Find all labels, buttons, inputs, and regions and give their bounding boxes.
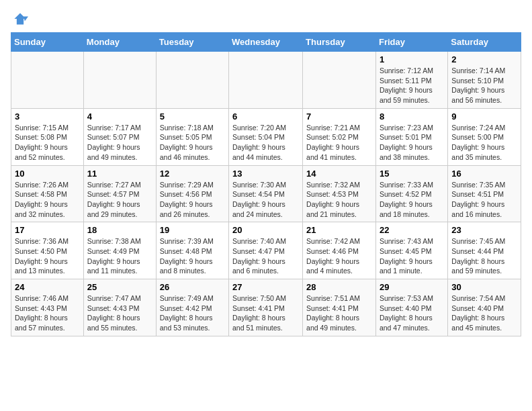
calendar-cell: 28Sunrise: 7:51 AM Sunset: 4:41 PM Dayli… [303, 279, 376, 336]
day-number: 5 [160, 111, 225, 122]
cell-content: Sunrise: 7:53 AM Sunset: 4:40 PM Dayligh… [380, 293, 444, 333]
calendar-cell: 26Sunrise: 7:49 AM Sunset: 4:42 PM Dayli… [156, 279, 228, 336]
day-number: 3 [15, 111, 80, 122]
cell-content: Sunrise: 7:40 AM Sunset: 4:47 PM Dayligh… [232, 236, 299, 276]
calendar-cell [156, 52, 228, 109]
calendar-cell: 23Sunrise: 7:45 AM Sunset: 4:44 PM Dayli… [448, 222, 521, 279]
calendar-cell: 12Sunrise: 7:29 AM Sunset: 4:56 PM Dayli… [156, 165, 228, 222]
cell-content: Sunrise: 7:42 AM Sunset: 4:46 PM Dayligh… [306, 236, 372, 276]
calendar-cell: 20Sunrise: 7:40 AM Sunset: 4:47 PM Dayli… [229, 222, 303, 279]
calendar-cell: 25Sunrise: 7:47 AM Sunset: 4:43 PM Dayli… [83, 279, 156, 336]
calendar-week-2: 3Sunrise: 7:15 AM Sunset: 5:08 PM Daylig… [11, 108, 521, 165]
calendar-cell: 7Sunrise: 7:21 AM Sunset: 5:02 PM Daylig… [303, 108, 376, 165]
cell-content: Sunrise: 7:18 AM Sunset: 5:05 PM Dayligh… [160, 123, 225, 163]
day-number: 2 [451, 54, 517, 64]
calendar-cell: 16Sunrise: 7:35 AM Sunset: 4:51 PM Dayli… [448, 165, 521, 222]
calendar-cell: 24Sunrise: 7:46 AM Sunset: 4:43 PM Dayli… [11, 279, 84, 336]
calendar-cell: 18Sunrise: 7:38 AM Sunset: 4:49 PM Dayli… [83, 222, 156, 279]
cell-content: Sunrise: 7:36 AM Sunset: 4:50 PM Dayligh… [15, 236, 80, 276]
day-number: 14 [306, 169, 372, 179]
cell-content: Sunrise: 7:17 AM Sunset: 5:07 PM Dayligh… [87, 123, 152, 163]
cell-content: Sunrise: 7:23 AM Sunset: 5:01 PM Dayligh… [380, 123, 444, 163]
day-header-saturday: Saturday [448, 33, 521, 52]
day-number: 22 [380, 225, 444, 235]
calendar-header-row: SundayMondayTuesdayWednesdayThursdayFrid… [11, 33, 521, 52]
header [11, 11, 521, 27]
calendar-cell: 3Sunrise: 7:15 AM Sunset: 5:08 PM Daylig… [11, 108, 84, 165]
day-number: 18 [87, 225, 152, 235]
day-number: 7 [306, 111, 372, 122]
calendar-cell: 1Sunrise: 7:12 AM Sunset: 5:11 PM Daylig… [375, 52, 447, 109]
calendar-cell [303, 52, 376, 109]
day-number: 23 [451, 225, 517, 235]
calendar-cell: 11Sunrise: 7:27 AM Sunset: 4:57 PM Dayli… [83, 165, 156, 222]
calendar-cell: 27Sunrise: 7:50 AM Sunset: 4:41 PM Dayli… [229, 279, 303, 336]
day-number: 30 [451, 282, 517, 292]
day-number: 13 [232, 169, 299, 179]
day-header-thursday: Thursday [303, 33, 376, 52]
cell-content: Sunrise: 7:21 AM Sunset: 5:02 PM Dayligh… [306, 123, 372, 163]
day-number: 15 [380, 169, 444, 179]
logo-icon [12, 11, 28, 27]
day-number: 24 [15, 282, 80, 292]
day-number: 26 [160, 282, 225, 292]
day-number: 21 [306, 225, 372, 235]
calendar-cell: 13Sunrise: 7:30 AM Sunset: 4:54 PM Dayli… [229, 165, 303, 222]
cell-content: Sunrise: 7:26 AM Sunset: 4:58 PM Dayligh… [15, 180, 80, 220]
day-number: 28 [306, 282, 372, 292]
cell-content: Sunrise: 7:51 AM Sunset: 4:41 PM Dayligh… [306, 293, 372, 333]
calendar-cell [83, 52, 156, 109]
cell-content: Sunrise: 7:45 AM Sunset: 4:44 PM Dayligh… [451, 236, 517, 276]
day-number: 9 [451, 111, 517, 122]
svg-marker-1 [24, 17, 28, 21]
cell-content: Sunrise: 7:35 AM Sunset: 4:51 PM Dayligh… [451, 180, 517, 220]
calendar-cell: 10Sunrise: 7:26 AM Sunset: 4:58 PM Dayli… [11, 165, 84, 222]
cell-content: Sunrise: 7:29 AM Sunset: 4:56 PM Dayligh… [160, 180, 225, 220]
day-number: 11 [87, 169, 152, 179]
cell-content: Sunrise: 7:32 AM Sunset: 4:53 PM Dayligh… [306, 180, 372, 220]
calendar-cell: 17Sunrise: 7:36 AM Sunset: 4:50 PM Dayli… [11, 222, 84, 279]
calendar-cell: 5Sunrise: 7:18 AM Sunset: 5:05 PM Daylig… [156, 108, 228, 165]
day-number: 16 [451, 169, 517, 179]
day-number: 17 [15, 225, 80, 235]
calendar-cell: 4Sunrise: 7:17 AM Sunset: 5:07 PM Daylig… [83, 108, 156, 165]
cell-content: Sunrise: 7:30 AM Sunset: 4:54 PM Dayligh… [232, 180, 299, 220]
day-number: 8 [380, 111, 444, 122]
cell-content: Sunrise: 7:27 AM Sunset: 4:57 PM Dayligh… [87, 180, 152, 220]
calendar-week-5: 24Sunrise: 7:46 AM Sunset: 4:43 PM Dayli… [11, 279, 521, 336]
cell-content: Sunrise: 7:49 AM Sunset: 4:42 PM Dayligh… [160, 293, 225, 333]
day-number: 20 [232, 225, 299, 235]
calendar-cell: 6Sunrise: 7:20 AM Sunset: 5:04 PM Daylig… [229, 108, 303, 165]
cell-content: Sunrise: 7:15 AM Sunset: 5:08 PM Dayligh… [15, 123, 80, 163]
calendar-cell: 29Sunrise: 7:53 AM Sunset: 4:40 PM Dayli… [375, 279, 447, 336]
cell-content: Sunrise: 7:46 AM Sunset: 4:43 PM Dayligh… [15, 293, 80, 333]
cell-content: Sunrise: 7:43 AM Sunset: 4:45 PM Dayligh… [380, 236, 444, 276]
calendar-body: 1Sunrise: 7:12 AM Sunset: 5:11 PM Daylig… [11, 52, 521, 336]
day-header-sunday: Sunday [11, 33, 84, 52]
calendar-cell [11, 52, 84, 109]
calendar-cell: 22Sunrise: 7:43 AM Sunset: 4:45 PM Dayli… [375, 222, 447, 279]
calendar-week-4: 17Sunrise: 7:36 AM Sunset: 4:50 PM Dayli… [11, 222, 521, 279]
day-header-friday: Friday [375, 33, 447, 52]
calendar-cell: 15Sunrise: 7:33 AM Sunset: 4:52 PM Dayli… [375, 165, 447, 222]
cell-content: Sunrise: 7:39 AM Sunset: 4:48 PM Dayligh… [160, 236, 225, 276]
cell-content: Sunrise: 7:12 AM Sunset: 5:11 PM Dayligh… [380, 66, 444, 105]
day-number: 1 [380, 54, 444, 64]
calendar-table: SundayMondayTuesdayWednesdayThursdayFrid… [11, 32, 521, 336]
logo [11, 11, 28, 27]
calendar-cell: 9Sunrise: 7:24 AM Sunset: 5:00 PM Daylig… [448, 108, 521, 165]
cell-content: Sunrise: 7:54 AM Sunset: 4:40 PM Dayligh… [451, 293, 517, 333]
day-number: 12 [160, 169, 225, 179]
calendar-cell: 19Sunrise: 7:39 AM Sunset: 4:48 PM Dayli… [156, 222, 228, 279]
calendar-cell: 30Sunrise: 7:54 AM Sunset: 4:40 PM Dayli… [448, 279, 521, 336]
cell-content: Sunrise: 7:20 AM Sunset: 5:04 PM Dayligh… [232, 123, 299, 163]
calendar-cell: 8Sunrise: 7:23 AM Sunset: 5:01 PM Daylig… [375, 108, 447, 165]
cell-content: Sunrise: 7:14 AM Sunset: 5:10 PM Dayligh… [451, 66, 517, 105]
calendar-week-3: 10Sunrise: 7:26 AM Sunset: 4:58 PM Dayli… [11, 165, 521, 222]
calendar-cell [229, 52, 303, 109]
day-header-wednesday: Wednesday [229, 33, 303, 52]
cell-content: Sunrise: 7:38 AM Sunset: 4:49 PM Dayligh… [87, 236, 152, 276]
calendar-cell: 14Sunrise: 7:32 AM Sunset: 4:53 PM Dayli… [303, 165, 376, 222]
day-number: 10 [15, 169, 80, 179]
cell-content: Sunrise: 7:24 AM Sunset: 5:00 PM Dayligh… [451, 123, 517, 163]
